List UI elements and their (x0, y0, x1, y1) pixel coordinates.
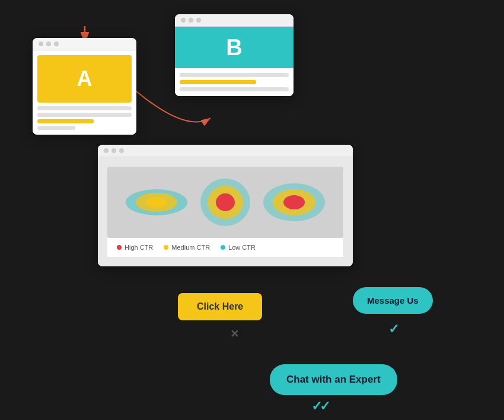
legend-dot-high (117, 245, 122, 250)
legend-label-medium: Medium CTR (171, 244, 210, 251)
legend-dot-medium (164, 245, 168, 250)
check-mark-double: ✓✓ (311, 399, 328, 414)
window-b-line-1 (180, 73, 289, 77)
dot-1 (39, 42, 43, 46)
window-a-content: A (33, 50, 136, 135)
heatmap-shape-high-1 (199, 177, 252, 228)
svg-point-10 (283, 195, 305, 209)
window-b-line-2 (180, 80, 256, 84)
heatmap-shape-high-2 (261, 183, 327, 222)
heatmap-legend: High CTR Medium CTR Low CTR (107, 238, 343, 257)
line-gray-1 (37, 106, 132, 110)
legend-low-ctr: Low CTR (221, 244, 256, 251)
window-b-content (175, 68, 294, 96)
message-us-button[interactable]: Message Us (353, 287, 433, 314)
dot-2 (46, 42, 51, 46)
window-a-hero-label: A (37, 55, 132, 103)
legend-high-ctr: High CTR (117, 244, 153, 251)
check-mark-single: ✓ (388, 322, 399, 337)
heatmap-content: High CTR Medium CTR Low CTR (98, 157, 353, 266)
dot-b-2 (189, 18, 193, 23)
legend-medium-ctr: Medium CTR (164, 244, 210, 251)
chat-expert-button[interactable]: Chat with an Expert (270, 364, 397, 395)
window-b-hero-label: B (175, 27, 294, 68)
click-here-button[interactable]: Click Here (178, 293, 262, 320)
line-gray-2 (37, 113, 132, 117)
heatmap-visual (107, 167, 343, 238)
line-yellow-1 (37, 119, 94, 123)
dot-h-3 (119, 148, 124, 153)
dot-h-2 (111, 148, 116, 153)
dot-b-1 (181, 18, 186, 23)
heatmap-browser-bar (98, 145, 353, 157)
dot-h-1 (104, 148, 109, 153)
window-a-browser-bar (33, 38, 136, 50)
window-a-lines (37, 106, 132, 130)
dot-b-3 (196, 18, 201, 23)
window-a: A (33, 38, 136, 135)
window-b-browser-bar (175, 14, 294, 27)
line-gray-3 (37, 126, 75, 130)
dot-3 (54, 42, 59, 46)
svg-point-7 (216, 193, 235, 211)
svg-point-4 (146, 197, 167, 208)
window-heatmap: High CTR Medium CTR Low CTR (98, 145, 353, 266)
heatmap-shape-low (124, 189, 189, 216)
x-mark: ✕ (230, 327, 239, 341)
legend-label-high: High CTR (125, 244, 153, 251)
legend-dot-low (221, 245, 225, 250)
legend-label-low: Low CTR (228, 244, 256, 251)
window-b: B (175, 14, 294, 96)
window-b-line-3 (180, 87, 289, 91)
